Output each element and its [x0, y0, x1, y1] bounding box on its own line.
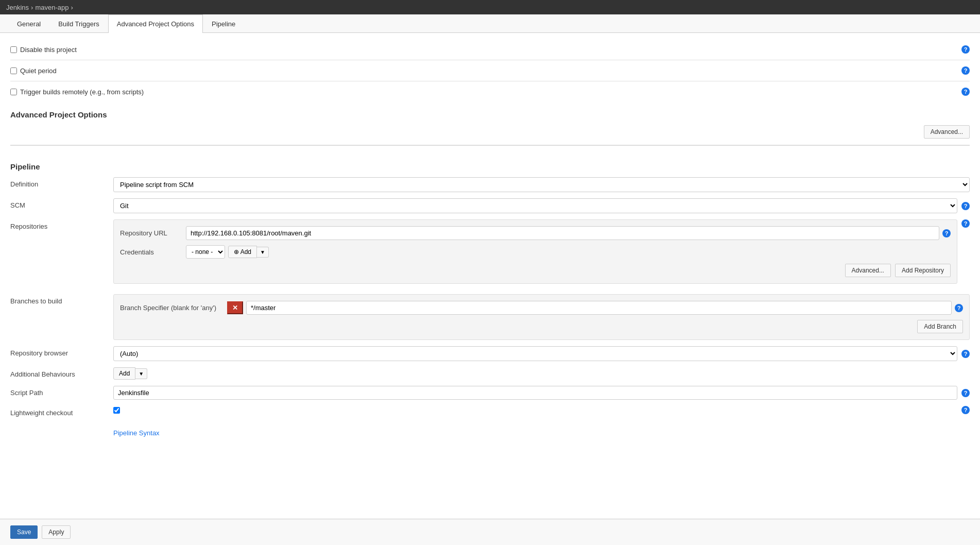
trigger-builds-checkbox[interactable]: [10, 89, 17, 95]
pipeline-section: Pipeline Definition Pipeline script from…: [10, 145, 970, 437]
repo-url-row: Repository URL ?: [120, 226, 951, 240]
nav-sep: ›: [31, 4, 33, 11]
advanced-project-section: Advanced Project Options Advanced...: [10, 110, 970, 139]
branches-row: Branches to build Branch Specifier (blan…: [10, 294, 970, 340]
additional-behaviours-row: Additional Behaviours Add ▼: [10, 367, 970, 380]
quiet-period-help[interactable]: ?: [961, 66, 970, 75]
branch-specifier-row: Branch Specifier (blank for 'any') ✕ ?: [120, 301, 963, 315]
save-button[interactable]: Save: [10, 525, 38, 539]
scm-row: SCM NoneGit ?: [10, 198, 970, 213]
repo-url-input[interactable]: [186, 226, 939, 240]
definition-row: Definition Pipeline script from SCMPipel…: [10, 177, 970, 192]
add-behaviour-arrow-btn[interactable]: ▼: [135, 368, 147, 379]
lightweight-row: ?: [113, 406, 970, 414]
branches-label: Branches to build: [10, 294, 113, 305]
lightweight-checkout-help[interactable]: ?: [961, 406, 970, 414]
trigger-builds-help[interactable]: ?: [961, 88, 970, 96]
repo-browser-help[interactable]: ?: [961, 350, 970, 358]
lightweight-checkout-row: Lightweight checkout ?: [10, 406, 970, 417]
top-nav: Jenkins › maven-app ›: [0, 0, 980, 14]
pipeline-syntax-link[interactable]: Pipeline Syntax: [113, 429, 970, 437]
script-path-input[interactable]: [113, 386, 957, 400]
quiet-period-checkbox[interactable]: [10, 67, 17, 74]
add-icon: ⊕: [234, 248, 239, 256]
repositories-row: Repositories Repository URL ?: [10, 219, 970, 288]
additional-behaviours-control: Add ▼: [113, 367, 970, 380]
trigger-builds-row: Trigger builds remotely (e.g., from scri…: [10, 83, 970, 100]
add-branch-btn[interactable]: Add Branch: [917, 320, 963, 333]
disable-project-help[interactable]: ?: [961, 45, 970, 54]
disable-project-row: Disable this project ?: [10, 41, 970, 58]
pipeline-syntax-row: Pipeline Syntax: [10, 423, 970, 437]
lightweight-checkout-control: ?: [113, 406, 970, 414]
add-credential-arrow-btn[interactable]: ▼: [257, 247, 269, 258]
lightweight-checkout-label: Lightweight checkout: [10, 406, 113, 417]
tabs-bar: General Build Triggers Advanced Project …: [0, 14, 980, 33]
app-link[interactable]: maven-app: [35, 4, 68, 11]
lightweight-checkout-checkbox[interactable]: [113, 407, 120, 414]
script-path-help[interactable]: ?: [961, 389, 970, 397]
script-path-label: Script Path: [10, 386, 113, 397]
repo-url-label: Repository URL: [120, 229, 182, 237]
script-path-control: ?: [113, 386, 970, 400]
credentials-label: Credentials: [120, 248, 182, 256]
repo-btns: Advanced... Add Repository: [120, 264, 951, 277]
page-wrap: General Build Triggers Advanced Project …: [0, 14, 980, 545]
definition-control: Pipeline script from SCMPipeline script: [113, 177, 970, 192]
repo-browser-control: (Auto) ?: [113, 346, 970, 361]
definition-label: Definition: [10, 177, 113, 188]
tab-general[interactable]: General: [8, 14, 49, 33]
scm-select[interactable]: NoneGit: [113, 198, 957, 213]
pipeline-title: Pipeline: [10, 162, 970, 171]
branch-specifier-label: Branch Specifier (blank for 'any'): [120, 304, 223, 312]
tab-pipeline[interactable]: Pipeline: [203, 14, 244, 33]
repo-browser-label: Repository browser: [10, 346, 113, 357]
add-credential-main-btn[interactable]: ⊕ Add: [228, 246, 257, 258]
add-credential-btn-group: ⊕ Add ▼: [228, 246, 269, 258]
repo-browser-row: Repository browser (Auto) ?: [10, 346, 970, 361]
add-repository-btn[interactable]: Add Repository: [895, 264, 951, 277]
quiet-period-row: Quiet period ?: [10, 62, 970, 79]
credentials-row: Credentials - none - ⊕ Add ▼: [120, 245, 951, 259]
advanced-project-title: Advanced Project Options: [10, 110, 970, 119]
options-section: Disable this project ? Quiet period ? Tr…: [10, 41, 970, 100]
trigger-builds-label[interactable]: Trigger builds remotely (e.g., from scri…: [10, 88, 957, 96]
repositories-control: Repository URL ? Credentials - none -: [113, 219, 970, 288]
disable-project-label[interactable]: Disable this project: [10, 46, 957, 54]
script-path-row: Script Path ?: [10, 386, 970, 400]
branch-specifier-help[interactable]: ?: [955, 304, 963, 312]
advanced-project-btn[interactable]: Advanced...: [924, 125, 970, 139]
repo-browser-select[interactable]: (Auto): [113, 346, 957, 361]
quiet-period-label[interactable]: Quiet period: [10, 67, 957, 75]
apply-button[interactable]: Apply: [42, 525, 71, 539]
branch-specifier-input[interactable]: [246, 301, 952, 315]
repo-url-help[interactable]: ?: [942, 229, 951, 237]
tab-advanced-project-options[interactable]: Advanced Project Options: [108, 14, 203, 33]
branches-control: Branch Specifier (blank for 'any') ✕ ? A…: [113, 294, 970, 340]
disable-project-checkbox[interactable]: [10, 46, 17, 53]
repositories-label: Repositories: [10, 219, 113, 230]
repo-url-control: ?: [186, 226, 951, 240]
branch-input-wrap: ✕ ?: [227, 301, 963, 315]
jenkins-link[interactable]: Jenkins: [6, 4, 29, 11]
credentials-select[interactable]: - none -: [186, 245, 225, 259]
scm-control: NoneGit ?: [113, 198, 970, 213]
remove-branch-btn[interactable]: ✕: [227, 301, 243, 314]
credentials-control: - none - ⊕ Add ▼: [186, 245, 951, 259]
repositories-help[interactable]: ?: [961, 219, 970, 228]
scm-label: SCM: [10, 198, 113, 209]
add-behaviour-main-btn[interactable]: Add: [113, 367, 135, 380]
scm-help[interactable]: ?: [961, 202, 970, 210]
content-area: Disable this project ? Quiet period ? Tr…: [0, 33, 980, 451]
nav-sep2: ›: [71, 4, 73, 11]
definition-select[interactable]: Pipeline script from SCMPipeline script: [113, 177, 970, 192]
add-behaviour-btn-group: Add ▼: [113, 367, 970, 380]
advanced-repo-btn[interactable]: Advanced...: [845, 264, 891, 277]
add-branch-btn-row: Add Branch: [120, 320, 963, 333]
branches-box: Branch Specifier (blank for 'any') ✕ ? A…: [113, 294, 970, 340]
tab-build-triggers[interactable]: Build Triggers: [49, 14, 108, 33]
additional-behaviours-label: Additional Behaviours: [10, 367, 113, 378]
bottom-bar: Save Apply: [0, 519, 980, 545]
repo-box: Repository URL ? Credentials - none -: [113, 219, 957, 284]
